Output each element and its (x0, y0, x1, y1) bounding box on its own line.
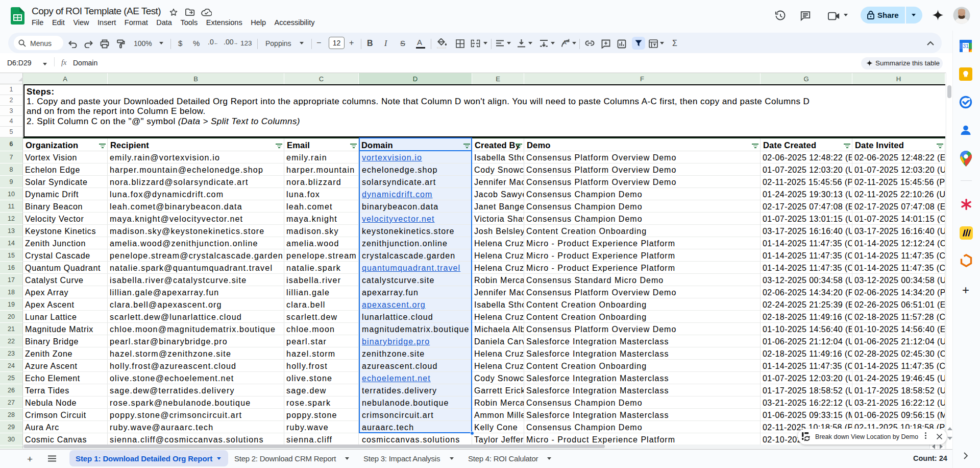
svg-text:31: 31 (963, 43, 969, 49)
svg-text:A: A (563, 40, 567, 45)
